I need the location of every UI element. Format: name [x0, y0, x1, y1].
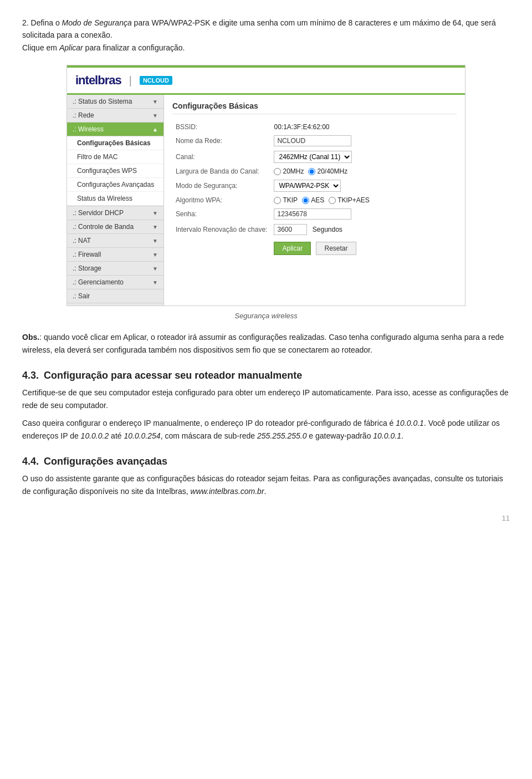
sidebar-firewall-label: .: Firewall	[73, 251, 101, 258]
value-modo-seguranca: WPA/WPA2-PSK	[270, 177, 457, 194]
sidebar-item-rede[interactable]: .: Rede ▼	[67, 109, 163, 123]
obs-text: : quando você clicar em Aplicar, o rotea…	[22, 333, 504, 354]
brand-logo: intelbras	[75, 73, 121, 88]
sidebar-storage-label: .: Storage	[73, 264, 101, 272]
ip-10254: 10.0.0.254	[124, 431, 160, 440]
section-44-number: 4.4.	[22, 456, 39, 467]
field-nome-rede: Nome da Rede:	[172, 133, 457, 149]
intervalo-unit: Segundos	[313, 226, 342, 233]
select-modo-seguranca[interactable]: WPA/WPA2-PSK	[274, 180, 341, 192]
label-largura-banda: Largura de Banda do Canal:	[172, 165, 270, 177]
apply-button[interactable]: Aplicar	[274, 242, 311, 255]
sidebar-status-label: .: Status do Sistema	[73, 98, 132, 105]
sidebar-item-nat[interactable]: .: NAT ▼	[67, 234, 163, 248]
field-bssid: BSSID: 00:1A:3F:E4:62:00	[172, 121, 457, 133]
intro-aplicar-italic: Aplicar	[59, 43, 83, 52]
content-title: Configurações Básicas	[172, 101, 457, 114]
router-screenshot: intelbras | NCLOUD .: Status do Sistema …	[66, 65, 466, 306]
sidebar-sub-configuracoes-basicas[interactable]: Configurações Básicas	[67, 136, 163, 150]
sidebar-storage-arrow: ▼	[152, 266, 158, 272]
value-canal: 2462MHz (Canal 11)	[270, 149, 457, 165]
label-senha: Senha:	[172, 206, 270, 222]
sidebar-item-gerenciamento[interactable]: .: Gerenciamento ▼	[67, 276, 163, 289]
sidebar-sub-filtro-mac[interactable]: Filtro de MAC	[67, 150, 163, 164]
sidebar-item-storage[interactable]: .: Storage ▼	[67, 262, 163, 276]
logo-bar: intelbras | NCLOUD	[67, 68, 465, 95]
radio-tkip-aes-label[interactable]: TKIP+AES	[329, 196, 370, 204]
radio-group-algoritmo: TKIP AES TKIP+AES	[274, 196, 453, 204]
radio-aes[interactable]	[302, 197, 309, 204]
sidebar: .: Status do Sistema ▼ .: Rede ▼ .: Wire…	[67, 95, 164, 306]
radio-20mhz-label[interactable]: 20MHz	[274, 167, 304, 175]
radio-tkip-label[interactable]: TKIP	[274, 196, 298, 204]
radio-2040mhz-label[interactable]: 20/40MHz	[308, 167, 347, 175]
sub-item-config-avancadas-label: Configurações Avançadas	[77, 181, 154, 189]
sub-item-filtro-mac-label: Filtro de MAC	[77, 153, 117, 161]
section-43-title: Configuração para acessar seu roteador m…	[44, 370, 302, 381]
select-canal[interactable]: 2462MHz (Canal 11)	[274, 151, 352, 163]
router-ui-layout: .: Status do Sistema ▼ .: Rede ▼ .: Wire…	[67, 95, 465, 306]
label-modo-seguranca: Modo de Segurança:	[172, 177, 270, 194]
sidebar-item-status[interactable]: .: Status do Sistema ▼	[67, 95, 163, 109]
value-nome-rede	[270, 133, 457, 149]
radio-tkip[interactable]	[274, 197, 281, 204]
section-44-para1: O uso do assistente garante que as confi…	[22, 472, 510, 497]
value-intervalo-renovacao: Segundos	[270, 222, 457, 237]
ip-10001: 10.0.0.1	[396, 419, 424, 427]
sidebar-item-sair[interactable]: .: Sair	[67, 289, 163, 303]
gateway: 10.0.0.1	[373, 431, 401, 440]
sidebar-controle-arrow: ▼	[152, 224, 158, 230]
label-algoritmo-wpa: Algoritmo WPA:	[172, 194, 270, 206]
radio-group-largura: 20MHz 20/40MHz	[274, 167, 453, 175]
screenshot-caption: Segurança wireless	[22, 312, 510, 320]
sidebar-controle-banda-label: .: Controle de Banda	[73, 223, 134, 231]
sidebar-item-firewall[interactable]: .: Firewall ▼	[67, 248, 163, 262]
value-largura-banda: 20MHz 20/40MHz	[270, 165, 457, 177]
radio-tkip-text: TKIP	[283, 196, 298, 204]
reset-button[interactable]: Resetar	[316, 242, 356, 255]
sidebar-firewall-arrow: ▼	[152, 252, 158, 258]
sidebar-item-wireless[interactable]: .: Wireless ▲	[67, 123, 163, 136]
config-form-table: BSSID: 00:1A:3F:E4:62:00 Nome da Rede: C…	[172, 121, 457, 257]
sidebar-gerenciamento-label: .: Gerenciamento	[73, 278, 124, 286]
content-area: Configurações Básicas BSSID: 00:1A:3F:E4…	[164, 95, 465, 306]
sub-item-config-basicas-label: Configurações Básicas	[77, 139, 151, 147]
field-canal: Canal: 2462MHz (Canal 11)	[172, 149, 457, 165]
radio-2040mhz[interactable]	[308, 168, 315, 175]
sidebar-nat-arrow: ▼	[152, 238, 158, 244]
radio-aes-text: AES	[311, 196, 324, 204]
sidebar-status-arrow: ▼	[152, 99, 158, 105]
obs-block: Obs.: quando você clicar em Aplicar, o r…	[22, 331, 510, 356]
sidebar-item-servidor-dhcp[interactable]: .: Servidor DHCP ▼	[67, 206, 163, 220]
sidebar-item-controle-banda[interactable]: .: Controle de Banda ▼	[67, 220, 163, 234]
field-modo-seguranca: Modo de Segurança: WPA/WPA2-PSK	[172, 177, 457, 194]
input-senha[interactable]	[274, 208, 351, 220]
sidebar-rede-arrow: ▼	[152, 113, 158, 119]
label-canal: Canal:	[172, 149, 270, 165]
sidebar-dhcp-arrow: ▼	[152, 210, 158, 216]
sidebar-sub-config-wps[interactable]: Configurações WPS	[67, 164, 163, 178]
radio-tkip-aes[interactable]	[329, 197, 336, 204]
section-44-heading: 4.4. Configurações avançadas	[22, 455, 510, 468]
form-buttons-row: Aplicar Resetar	[172, 237, 457, 257]
section-43-para1: Certifique-se de que seu computador este…	[22, 386, 510, 411]
radio-20mhz[interactable]	[274, 168, 281, 175]
section-43-para2: Caso queira configurar o endereço IP man…	[22, 417, 510, 442]
input-nome-rede[interactable]	[274, 135, 351, 146]
sub-item-config-wps-label: Configurações WPS	[77, 167, 137, 175]
value-bssid: 00:1A:3F:E4:62:00	[270, 121, 457, 133]
sidebar-nat-label: .: NAT	[73, 237, 91, 245]
input-intervalo[interactable]	[274, 224, 307, 235]
sidebar-sub-config-avancadas[interactable]: Configurações Avançadas	[67, 178, 163, 192]
form-buttons-cell: Aplicar Resetar	[270, 237, 457, 257]
radio-aes-label[interactable]: AES	[302, 196, 324, 204]
field-largura-banda: Largura de Banda do Canal: 20MHz 20/40MH…	[172, 165, 457, 177]
sidebar-servidor-dhcp-label: .: Servidor DHCP	[73, 209, 124, 217]
sidebar-wireless-label: .: Wireless	[73, 125, 104, 133]
section-43-heading: 4.3. Configuração para acessar seu rotea…	[22, 369, 510, 382]
label-intervalo-renovacao: Intervalo Renovação de chave:	[172, 222, 270, 237]
ip-10002: 10.0.0.2	[81, 431, 109, 440]
sidebar-sub-status-wireless[interactable]: Status da Wireless	[67, 192, 163, 206]
value-senha	[270, 206, 457, 222]
label-nome-rede: Nome da Rede:	[172, 133, 270, 149]
